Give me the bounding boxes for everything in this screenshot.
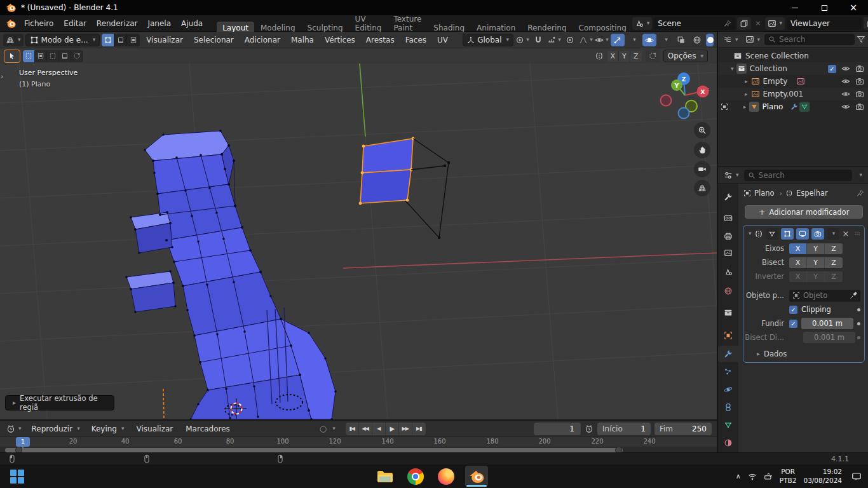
data-section-header[interactable]: ▸ Dados	[743, 344, 864, 358]
select-intersect-button[interactable]	[71, 50, 83, 62]
modifier-edit-mode-toggle[interactable]	[766, 228, 778, 240]
tab-particles[interactable]	[718, 363, 738, 380]
play-button[interactable]: ▶	[386, 423, 399, 435]
empty001-expand-icon[interactable]: ▸	[745, 92, 748, 97]
tab-world[interactable]	[718, 283, 738, 299]
delete-modifier-icon[interactable]	[842, 230, 850, 238]
animate-dot[interactable]	[857, 336, 860, 339]
select-subtract-button[interactable]	[47, 50, 59, 62]
animate-dot[interactable]	[857, 308, 860, 311]
tab-uv-editing[interactable]: UV Editing	[349, 13, 388, 34]
tab-output[interactable]	[718, 228, 738, 245]
flip-z-button[interactable]: Z	[825, 271, 843, 282]
drag-handle-icon[interactable]	[853, 230, 861, 238]
merge-value-field[interactable]: 0.001 m	[801, 318, 853, 329]
tab-texture-paint[interactable]: Texture Paint	[388, 13, 427, 34]
snap-dashed-icon[interactable]	[646, 50, 660, 62]
mirror-y-button[interactable]: Y	[619, 51, 630, 62]
merge-checkbox[interactable]: ✓	[789, 320, 797, 328]
current-frame-field[interactable]: 1	[534, 423, 581, 435]
playback-menu[interactable]: Reproduzir▾	[28, 423, 84, 435]
pivot-point-dropdown[interactable]: ▾	[515, 34, 529, 46]
scene-selector[interactable]: Scene	[654, 17, 735, 30]
show-overlays-toggle[interactable]	[642, 34, 656, 46]
tab-object[interactable]	[718, 327, 738, 344]
tab-material[interactable]	[718, 435, 738, 451]
pin-icon[interactable]	[724, 20, 731, 27]
flip-y-button[interactable]: Y	[807, 271, 825, 282]
autokey-toggle[interactable]: ○	[320, 424, 327, 433]
language-indicator[interactable]: POR PTB2	[780, 468, 797, 484]
tab-constraints[interactable]	[718, 399, 738, 416]
input-device-icon[interactable]	[764, 472, 773, 481]
menu-visualizar[interactable]: Visualizar	[142, 36, 187, 44]
editor-type-button[interactable]: ▾	[3, 34, 24, 46]
outliner-type-button[interactable]: ▾	[721, 33, 741, 46]
wifi-icon[interactable]	[748, 472, 757, 481]
camera-icon[interactable]	[855, 77, 864, 86]
axis-y-button[interactable]: Y	[807, 243, 825, 254]
taskbar-file-explorer[interactable]	[374, 466, 397, 487]
outliner-search-input[interactable]: Search	[764, 34, 855, 45]
eyedropper-icon[interactable]	[850, 292, 857, 299]
shading-solid-button[interactable]	[706, 34, 714, 46]
keying-menu[interactable]: Keying▾	[88, 423, 128, 435]
breadcrumb-modifier[interactable]: Espelhar	[796, 189, 828, 198]
row-scene-collection[interactable]: Scene Collection	[718, 50, 868, 62]
flip-x-button[interactable]: X	[789, 271, 807, 282]
modifier-viewport-toggle[interactable]	[796, 228, 809, 240]
properties-type-button[interactable]: ▾	[721, 169, 742, 182]
orientation-dropdown[interactable]: Global ▾	[463, 34, 513, 46]
mesh-object[interactable]	[126, 131, 336, 419]
mirror-z-button[interactable]: Z	[630, 51, 642, 62]
pan-hand-button[interactable]	[694, 142, 710, 158]
zoom-button[interactable]	[694, 122, 710, 139]
select-invert-button[interactable]	[59, 50, 71, 62]
show-gizmo-toggle[interactable]	[611, 34, 625, 46]
menu-janela[interactable]: Janela	[142, 17, 176, 30]
camera-icon[interactable]	[855, 64, 864, 73]
active-tool-button[interactable]	[4, 50, 20, 63]
menu-renderizar[interactable]: Renderizar	[92, 17, 143, 30]
frame-start-field[interactable]: Início 1	[597, 423, 651, 435]
select-set-button[interactable]	[23, 50, 35, 62]
menu-malha[interactable]: Malha	[287, 36, 318, 44]
taskbar-blender[interactable]	[465, 466, 488, 487]
stopwatch-icon[interactable]	[585, 424, 593, 433]
snap-with-dropdown[interactable]: ▾	[547, 34, 561, 46]
tab-collection[interactable]	[718, 304, 738, 321]
markers-menu[interactable]: Marcadores	[181, 424, 234, 433]
proportional-edit-toggle[interactable]	[563, 34, 577, 46]
notification-icon[interactable]	[851, 471, 862, 482]
minimize-button[interactable]	[780, 0, 810, 15]
bisect-x-button[interactable]: X	[789, 257, 807, 268]
eye-icon[interactable]	[841, 64, 850, 73]
eye-icon[interactable]	[841, 77, 850, 86]
filter-icon[interactable]	[857, 35, 865, 44]
outliner-display-button[interactable]: ▾	[743, 33, 763, 46]
viewlayer-selector[interactable]: ViewLayer	[787, 17, 862, 30]
taskbar-chrome[interactable]	[404, 466, 427, 487]
autokey-dropdown[interactable]: ▾	[332, 426, 336, 431]
view-menu[interactable]: Visualizar	[132, 424, 178, 433]
timeline-ruler[interactable]: 20 40 60 80 100 120 140 160 180 200 220 …	[0, 437, 717, 447]
viewlayer-type-button[interactable]: ▾	[765, 17, 785, 30]
navigation-gizmo[interactable]: Z Y X	[658, 70, 717, 122]
frame-end-field[interactable]: Fim 250	[654, 423, 712, 435]
empty-expand-icon[interactable]: ▸	[745, 79, 748, 85]
select-mode-vertex[interactable]	[102, 34, 114, 46]
menu-uv[interactable]: UV	[433, 36, 452, 44]
viewport-3d[interactable]: ▾ Modo de e... ▾ Visualizar Selecionar A…	[0, 32, 717, 419]
tab-tool[interactable]	[718, 189, 738, 205]
breadcrumb-object[interactable]: Plano	[754, 189, 775, 198]
proportional-falloff-dropdown[interactable]: ▾	[579, 34, 593, 46]
tab-physics[interactable]	[718, 381, 738, 398]
taskbar-firefox[interactable]	[435, 466, 458, 487]
axis-x-button[interactable]: X	[789, 243, 807, 254]
unlink-scene-icon[interactable]: ×	[753, 19, 763, 27]
jump-end-button[interactable]: ▶▮	[412, 423, 426, 435]
mode-dropdown[interactable]: Modo de e... ▾	[25, 34, 100, 46]
menu-faces[interactable]: Faces	[401, 36, 431, 44]
modifier-extras-dropdown[interactable]: ▾	[827, 228, 839, 240]
select-mode-face[interactable]	[127, 34, 140, 46]
